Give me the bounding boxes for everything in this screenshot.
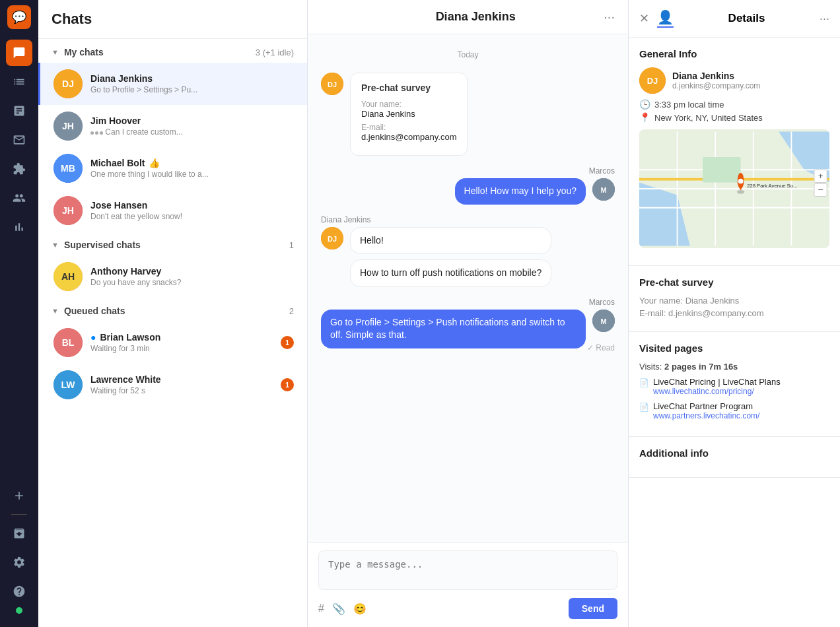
chat-item-lawrence[interactable]: LW Lawrence White Waiting for 52 s 1 [38,364,307,406]
chat-more-options[interactable]: ··· [604,9,615,24]
pre-chat-email-field: E-mail: d.jenkins@company.com [361,123,456,142]
msg-avatar-diana-2: DJ [321,227,343,249]
msg-avatar-marcos-2: M [592,310,615,332]
msg-group-marcos-2: Marcos M Go to Profile > Settings > Push… [321,298,615,352]
diana-bubbles: Hello! How to turn off push notification… [350,227,551,287]
svg-text:M: M [600,317,606,325]
svg-text:+: + [818,171,823,181]
icon-bar: 💬 [0,0,38,627]
survey-email-row: E-mail: d.jenkins@company.com [639,308,829,318]
message-input[interactable] [318,550,617,590]
my-chats-section-header[interactable]: ▼ My chats 3 (+1 idle) [38,39,307,63]
details-avatar: DJ [639,67,666,94]
svg-text:DJ: DJ [328,235,337,243]
details-more-button[interactable]: ··· [820,12,829,26]
additional-info-section: Additional info [629,437,840,478]
page-link-2: 📄 LiveChat Partner Program www.partners.… [639,401,829,420]
nav-help[interactable] [6,578,32,605]
nav-list[interactable] [6,69,32,95]
my-chats-title: My chats [64,47,104,57]
nav-chats[interactable] [6,40,32,66]
chat-input-area: # 📎 😊 Send [308,542,628,627]
messenger-icon-brian: ● [90,332,96,343]
app-logo: 💬 [7,5,31,29]
supervised-title: Supervised chats [64,240,141,250]
details-panel: ✕ 👤 Details ··· General Info DJ Diana Je… [629,0,840,627]
clock-icon: 🕒 [639,99,650,110]
date-divider: Today [321,48,615,62]
visits-label: Visits: [639,362,662,372]
page-url-2[interactable]: www.partners.livechatinc.com/ [653,411,759,420]
nav-inbox[interactable] [6,127,32,153]
supervised-chats-section-header[interactable]: ▼ Supervised chats 1 [38,232,307,255]
general-info-title: General Info [639,48,829,59]
chat-item-jose[interactable]: JH Jose Hansen Don't eat the yellow snow… [38,189,307,232]
svg-text:AH: AH [61,271,75,282]
chat-list-header: Chats [38,0,307,39]
chat-preview-brian: Waiting for 3 min [90,344,273,353]
svg-text:DJ: DJ [328,81,337,88]
avatar-michael: MB [53,154,83,183]
visited-section-body: Visits: 2 pages in 7m 16s 📄 LiveChat Pri… [639,362,829,420]
nav-settings[interactable] [6,549,32,576]
avatar-jose: JH [53,196,83,225]
map-placeholder[interactable]: 228 Park Avenue So... + − [639,129,829,248]
location-icon: 📍 [639,112,650,123]
page-name-1: LiveChat Pricing | LiveChat Plans [653,377,781,387]
chat-item-diana[interactable]: DJ Diana Jenkins Go to Profile > Setting… [38,63,307,105]
chat-header: Diana Jenkins ··· [308,0,628,34]
badge-brian: 1 [281,336,294,349]
nav-integrations[interactable] [6,156,32,182]
msg-row-diana-1: DJ Hello! How to turn off push notificat… [321,227,615,287]
details-close-button[interactable]: ✕ [639,11,649,26]
hashtag-icon[interactable]: # [318,603,324,614]
read-indicator: ✓ Read [587,343,615,352]
chat-item-michael[interactable]: MB Michael Bolt 👍 One more thing I would… [38,147,307,189]
status-indicator [16,607,22,614]
attachment-icon[interactable]: 📎 [332,603,345,615]
avatar-lawrence: LW [53,370,83,399]
page-url-1[interactable]: www.livechatinc.com/pricing/ [653,387,781,396]
general-info-contact-details: Diana Jenkins d.jenkins@company.com [672,71,760,90]
svg-text:DJ: DJ [647,76,658,86]
chat-item-brian[interactable]: BL ● Brian Lawson Waiting for 3 min 1 [38,321,307,364]
chat-preview-jim: Can I create custom... [90,127,294,137]
pre-chat-email-value: d.jenkins@company.com [361,132,456,142]
general-info-contact-row: DJ Diana Jenkins d.jenkins@company.com [639,67,829,94]
send-button[interactable]: Send [569,598,617,619]
survey-email-val: d.jenkins@company.com [668,308,763,318]
queued-title: Queued chats [64,306,125,316]
emoji-icon[interactable]: 😊 [353,603,367,615]
chat-input-toolbar: # 📎 😊 Send [318,598,617,619]
queued-chats-section-header[interactable]: ▼ Queued chats 2 [38,298,307,321]
pre-chat-survey-section: Pre-chat survey Your name: Diana Jenkins… [629,266,840,332]
page-icon-1: 📄 [639,378,649,387]
svg-text:JH: JH [62,121,74,131]
chat-main: Diana Jenkins ··· Today DJ Pre-chat surv… [308,0,629,627]
nav-reports[interactable] [6,98,32,124]
chat-name-jim: Jim Hoover [90,116,294,126]
supervised-chevron: ▼ [52,241,59,249]
nav-analytics[interactable] [6,214,32,240]
pre-chat-name-value: Diana Jenkins [361,109,456,119]
local-time-row: 🕒 3:33 pm local time [639,99,829,110]
details-person-icon[interactable]: 👤 [657,9,674,28]
chat-info-diana: Diana Jenkins Go to Profile > Settings >… [90,73,294,94]
chat-item-jim[interactable]: JH Jim Hoover Can I create custom... [38,105,307,147]
nav-add-widget[interactable] [6,482,32,509]
chat-preview-jose: Don't eat the yellow snow! [90,212,294,221]
chat-info-anthony: Anthony Harvey Do you have any snacks? [90,266,294,287]
svg-text:228 Park Avenue So...: 228 Park Avenue So... [747,183,797,189]
chat-contact-name: Diana Jenkins [436,10,516,24]
nav-contacts[interactable] [6,185,32,211]
chat-name-jose: Jose Hansen [90,200,294,211]
chat-list-body: ▼ My chats 3 (+1 idle) DJ Diana Jenkins … [38,39,307,627]
visits-summary: Visits: 2 pages in 7m 16s [639,362,829,372]
chat-messages: Today DJ Pre-chat survey Your name: Dian… [308,34,628,542]
nav-archive[interactable] [6,520,32,546]
location-row: 📍 New York, NY, United States [639,112,829,123]
chat-item-anthony[interactable]: AH Anthony Harvey Do you have any snacks… [38,255,307,298]
details-header-icons: ✕ 👤 [639,9,674,28]
details-title: Details [728,12,765,25]
queued-count: 2 [289,306,294,316]
